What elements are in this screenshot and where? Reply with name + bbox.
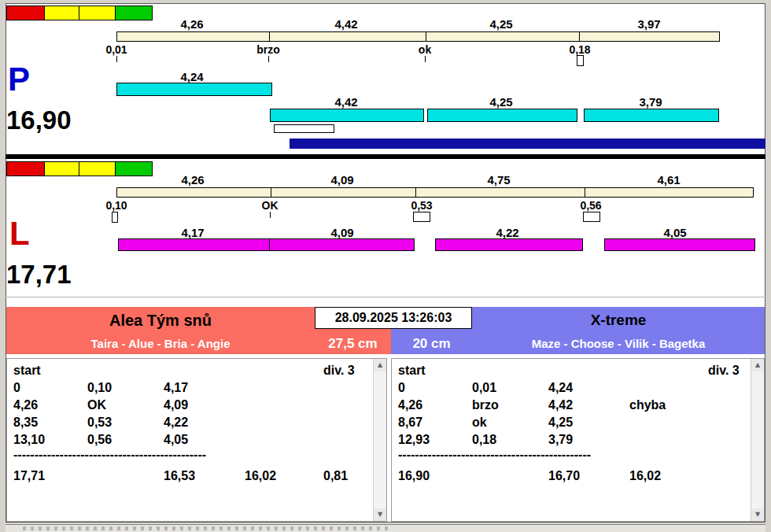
p-time-bar-1 bbox=[116, 83, 272, 96]
l-time-bar-1 bbox=[118, 238, 415, 251]
l-row2-time-4: 4,05 bbox=[663, 226, 686, 239]
strip-yellow-segment-1 bbox=[45, 162, 79, 175]
l-total-time: 17,71 bbox=[6, 261, 72, 287]
table-cell: 0,01 bbox=[472, 381, 496, 395]
table-left-scrollbar[interactable]: ▲ ▼ bbox=[373, 359, 386, 521]
p-bar1-time: 4,24 bbox=[180, 70, 203, 83]
l-marker-label-1: 0,10 bbox=[105, 199, 127, 212]
strip-green-segment bbox=[116, 162, 152, 175]
scale-divider-tick bbox=[415, 187, 416, 198]
table-total: 16,02 bbox=[629, 469, 661, 483]
table-cell: ok bbox=[472, 416, 487, 430]
team-right-jump-height: 20 cm bbox=[391, 336, 472, 352]
table-cell: 8,35 bbox=[13, 416, 38, 430]
table-cell: 4,26 bbox=[13, 398, 38, 412]
p-total-time: 16,90 bbox=[6, 107, 72, 133]
strip-green-segment bbox=[116, 6, 152, 20]
p-marker-label-4: 0,18 bbox=[569, 43, 590, 56]
marker-box bbox=[577, 55, 584, 66]
marker-box bbox=[413, 212, 430, 222]
l-scale-bar bbox=[116, 187, 754, 198]
scroll-up-icon[interactable]: ▲ bbox=[751, 359, 764, 371]
l-marker-label-2: OK bbox=[262, 199, 279, 212]
p-progress-bar bbox=[290, 139, 765, 149]
scale-divider-tick bbox=[579, 31, 580, 42]
scale-divider-tick bbox=[269, 31, 270, 42]
white-indicator-box bbox=[274, 124, 334, 133]
lane-letter-p: P bbox=[8, 63, 30, 96]
strip-yellow-segment-1 bbox=[45, 6, 79, 20]
team-left-players: Taira - Alue - Bria - Angie bbox=[6, 337, 315, 350]
table-cell: 4,24 bbox=[548, 381, 573, 395]
table-cell: 8,67 bbox=[398, 416, 422, 430]
l-row2-time-2: 4,09 bbox=[330, 226, 353, 239]
team-right-name: X-treme bbox=[472, 312, 765, 329]
table-cell: 0 bbox=[398, 381, 405, 395]
scale-divider-tick bbox=[269, 238, 270, 251]
scroll-down-icon[interactable]: ▼ bbox=[751, 508, 764, 521]
p-time-bar-3 bbox=[427, 109, 577, 122]
p-row2-time-2: 4,25 bbox=[489, 95, 512, 109]
table-total: 0,81 bbox=[323, 469, 348, 483]
datetime-display: 28.09.2025 13:26:03 bbox=[315, 307, 472, 329]
l-time-bar-2 bbox=[435, 238, 583, 251]
table-cell: 13,10 bbox=[13, 433, 45, 447]
p-segment-time-2: 4,42 bbox=[334, 17, 357, 31]
l-row2-time-3: 4,22 bbox=[496, 226, 518, 239]
table-right-scrollbar[interactable]: ▲ ▼ bbox=[751, 359, 764, 521]
table-cell: 0,10 bbox=[87, 381, 112, 395]
table-cell: 4,22 bbox=[164, 416, 188, 430]
panel-divider bbox=[6, 154, 765, 159]
scale-divider-tick bbox=[585, 187, 585, 198]
table-cell: 4,17 bbox=[164, 381, 188, 395]
table-header-start: start bbox=[13, 364, 41, 378]
table-cell: OK bbox=[87, 398, 106, 412]
marker-tick bbox=[268, 56, 269, 62]
lane-letter-l: L bbox=[9, 217, 30, 250]
p-marker-label-3: ok bbox=[419, 43, 431, 56]
table-cell: 4,25 bbox=[548, 416, 573, 430]
section-separator bbox=[6, 297, 765, 297]
table-separator: ----------------------------------------… bbox=[398, 448, 591, 462]
status-strip-p bbox=[6, 6, 153, 20]
strip-yellow-segment-2 bbox=[79, 6, 116, 20]
scale-divider-tick bbox=[271, 187, 271, 198]
l-segment-time-2: 4,09 bbox=[330, 173, 353, 187]
table-cell: 0,56 bbox=[87, 433, 112, 447]
p-scale-bar bbox=[116, 31, 720, 42]
table-total: 16,53 bbox=[164, 469, 195, 483]
l-segment-time-4: 4,61 bbox=[657, 173, 680, 187]
table-cell: 0,53 bbox=[87, 416, 112, 430]
table-total: 16,70 bbox=[548, 469, 580, 483]
table-cell: brzo bbox=[472, 398, 499, 412]
table-separator: ----------------------------------------… bbox=[13, 448, 206, 462]
team-left-jump-height: 27,5 cm bbox=[315, 336, 391, 352]
p-time-bar-4 bbox=[584, 109, 719, 122]
strip-yellow-segment-2 bbox=[79, 162, 116, 175]
marker-tick bbox=[116, 56, 117, 62]
marker-tick bbox=[425, 56, 426, 62]
scroll-up-icon[interactable]: ▲ bbox=[374, 359, 386, 371]
l-segment-time-3: 4,75 bbox=[487, 173, 510, 187]
marker-tick bbox=[270, 212, 271, 218]
background-window-edge bbox=[6, 524, 765, 532]
scroll-down-icon[interactable]: ▼ bbox=[374, 508, 386, 521]
marker-box bbox=[112, 212, 118, 223]
table-header-start: start bbox=[398, 364, 426, 378]
p-segment-time-3: 4,25 bbox=[489, 17, 512, 31]
strip-red-segment bbox=[7, 162, 45, 175]
team-right-players: Maze - Choose - Vilik - Bagetka bbox=[472, 337, 765, 350]
p-time-bar-2 bbox=[270, 109, 424, 122]
table-header-div: div. 3 bbox=[708, 364, 740, 378]
p-marker-label-1: 0,01 bbox=[105, 43, 127, 56]
l-time-bar-3 bbox=[604, 238, 755, 251]
table-cell: 4,26 bbox=[398, 398, 422, 412]
marker-box bbox=[583, 212, 600, 222]
p-row2-time-1: 4,42 bbox=[334, 95, 357, 109]
status-strip-l bbox=[6, 161, 153, 176]
table-total: 16,90 bbox=[398, 469, 430, 483]
team-left-name: Alea Tým snů bbox=[6, 312, 315, 330]
results-table-right: start div. 3 0 0,01 4,24 4,26 brzo 4,42 … bbox=[391, 358, 765, 522]
table-cell: 3,79 bbox=[548, 433, 573, 447]
l-marker-label-3: 0,53 bbox=[411, 199, 432, 212]
